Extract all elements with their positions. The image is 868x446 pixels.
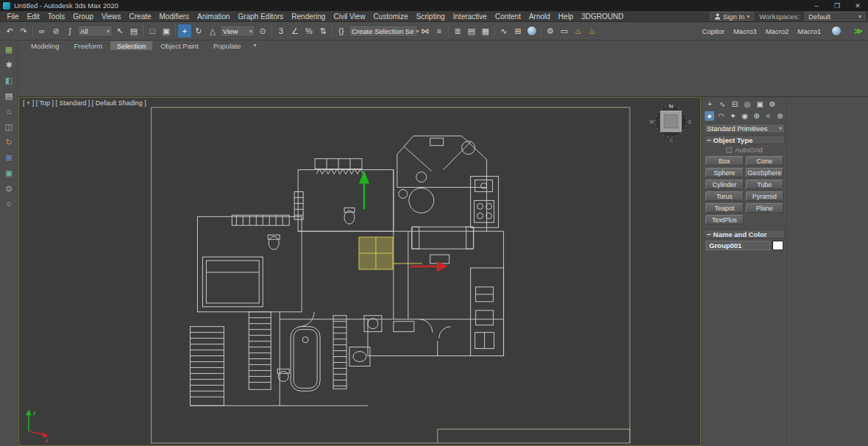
render-iterative-button[interactable]: ♨: [586, 24, 599, 38]
lights-category-button[interactable]: ✦: [728, 111, 738, 121]
viewcube-north-label[interactable]: N: [669, 103, 673, 110]
create-geosphere-button[interactable]: GeoSphere: [746, 168, 784, 177]
dock-tool-7-button[interactable]: ↻: [2, 135, 15, 149]
edit-named-selection-sets-button[interactable]: {}: [335, 24, 348, 38]
create-cylinder-button[interactable]: Cylinder: [705, 180, 744, 189]
curve-editor-button[interactable]: ∿: [497, 24, 511, 38]
cameras-category-button[interactable]: ◉: [740, 111, 750, 121]
create-pyramid-button[interactable]: Pyramid: [746, 191, 784, 201]
mirror-button[interactable]: ⋈: [419, 24, 432, 38]
create-cone-button[interactable]: Cone: [746, 156, 784, 166]
menu-item-graph-editors[interactable]: Graph Editors: [234, 13, 288, 21]
ribbon-tab-modeling[interactable]: Modeling: [24, 41, 66, 50]
percent-snap-button[interactable]: %: [302, 24, 316, 38]
ribbon-tab-freeform[interactable]: Freeform: [68, 41, 110, 50]
menu-item-views[interactable]: Views: [98, 13, 126, 21]
viewport-canvas[interactable]: N W E S y x: [19, 98, 700, 445]
select-and-move-button[interactable]: +: [178, 24, 191, 38]
utilities-tab[interactable]: ⚙: [767, 99, 778, 109]
create-textplus-button[interactable]: TextPlus: [705, 215, 744, 224]
rendered-frame-window-button[interactable]: ▭: [558, 24, 571, 38]
selection-filter-dropdown[interactable]: All ▾: [77, 25, 113, 37]
macro2-button[interactable]: Macro2: [766, 27, 789, 35]
close-button[interactable]: ✕: [847, 0, 868, 11]
object-type-rollout-header[interactable]: − Object Type: [704, 135, 785, 144]
named-selection-sets-dropdown[interactable]: Create Selection Se ▾: [349, 25, 418, 37]
scene-explorer-button[interactable]: ≣: [451, 24, 464, 38]
angle-snap-button[interactable]: ∠: [288, 24, 302, 38]
render-production-button[interactable]: ♨: [572, 24, 585, 38]
object-name-field[interactable]: Group001: [705, 241, 770, 250]
window-crossing-button[interactable]: ▣: [160, 24, 173, 38]
display-tab[interactable]: ▣: [755, 99, 765, 109]
dock-tool-8-button[interactable]: ⊞: [2, 151, 15, 164]
reference-coordinate-dropdown[interactable]: View ▾: [220, 25, 255, 37]
align-button[interactable]: ≡: [433, 24, 446, 38]
selection-region-button[interactable]: □: [146, 24, 159, 38]
select-object-button[interactable]: ↖: [113, 24, 127, 38]
object-color-swatch[interactable]: [772, 241, 783, 250]
menu-item-scripting[interactable]: Scripting: [412, 13, 449, 21]
dock-tool-5-button[interactable]: ⌂: [2, 105, 15, 118]
create-tab[interactable]: +: [705, 99, 715, 109]
snaps-toggle-button[interactable]: 3: [274, 24, 288, 38]
create-box-button[interactable]: Box: [705, 156, 744, 166]
create-torus-button[interactable]: Torus: [705, 191, 744, 201]
macro-copitor-button[interactable]: Copitor: [702, 27, 725, 35]
viewcube-east-label[interactable]: E: [689, 119, 692, 124]
minimize-button[interactable]: –: [806, 0, 827, 11]
unlink-selection-button[interactable]: ⊘: [49, 24, 63, 38]
create-sphere-button[interactable]: Sphere: [705, 168, 744, 177]
material-editor-button[interactable]: [525, 24, 538, 38]
shapes-category-button[interactable]: ◠: [716, 111, 726, 121]
name-color-rollout-header[interactable]: − Name and Color: [704, 230, 785, 238]
motion-tab[interactable]: ◎: [742, 99, 753, 109]
spinner-snap-button[interactable]: ⇅: [316, 24, 330, 38]
dock-tool-4-button[interactable]: ▤: [2, 89, 15, 102]
primitives-category-dropdown[interactable]: Standard Primitives ▾: [704, 124, 785, 133]
menu-item-modifiers[interactable]: Modifiers: [155, 13, 193, 21]
menu-item-file[interactable]: File: [3, 13, 23, 21]
workspace-dropdown[interactable]: Default ▾: [805, 12, 865, 21]
select-and-manipulate-button[interactable]: ⊙: [256, 24, 269, 38]
undo-button[interactable]: ↶: [3, 24, 16, 38]
gizmo-y-arrowhead-icon[interactable]: [359, 171, 369, 184]
helpers-category-button[interactable]: ⊕: [752, 111, 761, 121]
create-plane-button[interactable]: Plane: [746, 203, 784, 213]
dock-tool-9-button[interactable]: ▣: [2, 166, 15, 180]
dock-tool-11-button[interactable]: ○: [2, 197, 15, 210]
schematic-view-button[interactable]: ⊞: [511, 24, 524, 38]
dock-tool-6-button[interactable]: ◫: [2, 120, 15, 133]
menu-item-customize[interactable]: Customize: [369, 13, 412, 21]
ribbon-tab-selection[interactable]: Selection: [110, 41, 152, 50]
menu-item-content[interactable]: Content: [491, 13, 524, 21]
menu-item-edit[interactable]: Edit: [23, 13, 43, 21]
select-and-scale-button[interactable]: △: [206, 24, 219, 38]
macro1-button[interactable]: Macro1: [797, 27, 821, 35]
bind-to-space-warp-button[interactable]: ʃ: [63, 24, 77, 38]
modify-tab[interactable]: ∿: [717, 99, 728, 109]
ribbon-tab-object-paint[interactable]: Object Paint: [154, 41, 205, 50]
space-warps-category-button[interactable]: ≈: [764, 111, 773, 121]
dock-tool-2-button[interactable]: ✱: [2, 58, 15, 71]
menu-item-rendering[interactable]: Rendering: [288, 13, 330, 21]
macro3-button[interactable]: Macro3: [733, 27, 757, 35]
create-tube-button[interactable]: Tube: [746, 180, 784, 189]
gizmo-x-arrowhead-icon[interactable]: [437, 261, 448, 272]
sign-in-button[interactable]: Sign In ▾: [710, 12, 755, 21]
menu-item-interactive[interactable]: Interactive: [449, 13, 491, 21]
systems-category-button[interactable]: ⊚: [775, 111, 785, 121]
menu-item-help[interactable]: Help: [554, 13, 577, 21]
ribbon-overflow-icon[interactable]: ▾: [249, 40, 260, 50]
select-and-rotate-button[interactable]: ↻: [192, 24, 205, 38]
render-setup-button[interactable]: ⚙: [544, 24, 557, 38]
menu-item-group[interactable]: Group: [69, 13, 98, 21]
hierarchy-tab[interactable]: ⊟: [730, 99, 740, 109]
dock-tool-10-button[interactable]: ⊙: [2, 182, 15, 195]
menu-item-arnold[interactable]: Arnold: [524, 13, 554, 21]
floorplan-wireframe[interactable]: [190, 136, 503, 406]
ribbon-tab-populate[interactable]: Populate: [207, 41, 248, 50]
selected-object-highlight[interactable]: [359, 237, 422, 269]
menu-item-create[interactable]: Create: [125, 13, 155, 21]
geometry-category-button[interactable]: ●: [705, 111, 714, 121]
